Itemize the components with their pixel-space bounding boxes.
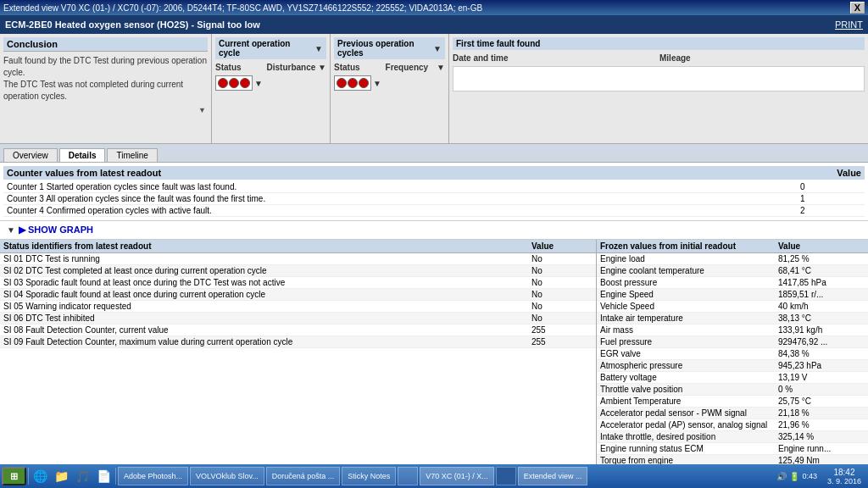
taskbar-icon5[interactable] — [398, 467, 418, 485]
status-label: SI 06 DTC Test inhibited — [0, 313, 528, 324]
previous-status-down: ▼ — [373, 79, 381, 88]
status-row: SI 08 Fault Detection Counter, current v… — [0, 324, 596, 336]
frozen-row: Accelerator pedal (AP) sensor, analog si… — [597, 419, 868, 431]
frozen-row: Ambient Temperature25,75 °C — [597, 396, 868, 408]
taskbar-icon-ie[interactable]: 🌐 — [31, 469, 50, 483]
taskbar-sep2 — [115, 468, 116, 485]
frozen-label: Ambient Temperature — [597, 396, 775, 408]
frozen-row: Accelerator pedal sensor - PWM signal21,… — [597, 408, 868, 419]
status-row: SI 05 Warning indicator requestedNo — [0, 301, 596, 313]
taskbar-mail[interactable]: Doručená pošta ... — [266, 467, 341, 485]
taskbar-v70[interactable]: V70 XC (01-) / X... — [420, 467, 494, 485]
date-display: 3. 9. 2016 — [827, 477, 861, 485]
current-status-down: ▼ — [254, 79, 263, 88]
status-col2-header: Value — [528, 240, 596, 253]
frozen-value: 40 km/h — [775, 301, 868, 313]
previous-cycle-panel: Previous operation cycles ▼ Status Frequ… — [331, 34, 449, 143]
frozen-label: Vehicle Speed — [597, 301, 775, 313]
taskbar-system-icons: 🔊 🔋 0:43 — [773, 472, 821, 481]
light-red — [218, 78, 228, 88]
frozen-label: Accelerator pedal (AP) sensor, analog si… — [597, 419, 775, 431]
frozen-label: Air mass — [597, 324, 775, 336]
frozen-row: Throttle valve position0 % — [597, 384, 868, 396]
window-title: Extended view V70 XC (01-) / XC70 (-07):… — [3, 3, 482, 13]
frozen-row: Engine coolant temperature68,41 °C — [597, 265, 868, 277]
title-bar: Extended view V70 XC (01-) / XC70 (-07):… — [0, 0, 868, 15]
status-table: Status identifiers from latest readout V… — [0, 240, 596, 348]
tray-clock: 0:43 — [802, 472, 817, 481]
taskbar-volvo[interactable]: VOLVOklub Slov... — [190, 467, 264, 485]
frozen-col2-header: Value — [775, 240, 868, 253]
taskbar-photoshop[interactable]: Adobe Photosh... — [118, 467, 188, 485]
frozen-value: 38,13 °C — [775, 313, 868, 324]
show-graph-link[interactable]: ▶ SHOW GRAPH — [19, 225, 93, 236]
status-identifiers-panel: Status identifiers from latest readout V… — [0, 240, 597, 469]
previous-cycle-header: Previous operation cycles ▼ — [334, 37, 445, 59]
taskbar-icon-app4[interactable]: 📄 — [94, 469, 114, 483]
tab-details[interactable]: Details — [59, 148, 106, 162]
taskbar-sep1 — [28, 468, 29, 485]
app-title: ECM-2BE0 Heated oxygen sensor (HO2S) - S… — [5, 19, 260, 30]
counter-value: 1 — [797, 193, 865, 205]
frozen-value: 133,91 kg/h — [775, 324, 868, 336]
window-close-button[interactable]: X — [850, 2, 865, 14]
taskbar-extended[interactable]: Extended view ... — [518, 467, 588, 485]
taskbar-notes[interactable]: Sticky Notes — [342, 467, 396, 485]
previous-status-header: Status — [334, 63, 384, 72]
status-row: SI 02 DTC Test completed at least once d… — [0, 265, 596, 277]
frozen-label: EGR valve — [597, 348, 775, 360]
status-value: No — [528, 301, 596, 313]
frozen-label: Atmospheric pressure — [597, 360, 775, 372]
frozen-label: Throttle valve position — [597, 384, 775, 396]
counter-row: Counter 4 Confirmed operation cycles wit… — [3, 205, 865, 217]
conclusion-scroll-down[interactable]: ▼ — [197, 106, 208, 114]
time-display: 18:42 — [833, 468, 854, 477]
frozen-label: Battery voltage — [597, 372, 775, 384]
prev-light-red2 — [348, 78, 358, 88]
frozen-label: Fuel pressure — [597, 336, 775, 348]
taskbar-icon-media[interactable]: 🎵 — [73, 469, 92, 483]
status-row: SI 04 Sporadic fault found at least once… — [0, 289, 596, 301]
tab-overview[interactable]: Overview — [3, 148, 58, 162]
conclusion-header: Conclusion — [3, 37, 208, 52]
status-label: SI 09 Fault Detection Counter, maximum v… — [0, 336, 528, 348]
status-label: SI 04 Sporadic fault found at least once… — [0, 289, 528, 301]
current-cycle-arrow: ▼ — [314, 44, 323, 53]
current-status-light — [215, 75, 253, 91]
status-value: 255 — [528, 336, 596, 348]
mileage-header: Mileage — [659, 53, 865, 63]
frozen-row: EGR valve84,38 % — [597, 348, 868, 360]
frozen-label: Engine Speed — [597, 289, 775, 301]
tab-timeline[interactable]: Timeline — [107, 148, 157, 162]
frozen-col1-header: Frozen values from initial readout — [597, 240, 775, 253]
counter-value: 0 — [797, 181, 865, 193]
frozen-row: Boost pressure1417,85 hPa — [597, 277, 868, 289]
counter-row: Counter 3 All operation cycles since the… — [3, 193, 865, 205]
taskbar-icon6[interactable] — [496, 467, 516, 485]
status-value: No — [528, 277, 596, 289]
first-fault-panel: First time fault found Date and time Mil… — [449, 34, 868, 143]
frozen-value: 0 % — [775, 384, 868, 396]
frozen-value: 929476,92 ... — [775, 336, 868, 348]
print-button[interactable]: PRINT — [835, 19, 863, 30]
frozen-value: 21,18 % — [775, 408, 868, 419]
counter-row: Counter 1 Started operation cycles since… — [3, 181, 865, 193]
taskbar-icon-explorer[interactable]: 📁 — [52, 469, 71, 483]
app-header: ECM-2BE0 Heated oxygen sensor (HO2S) - S… — [0, 15, 868, 34]
frozen-value: 84,38 % — [775, 348, 868, 360]
status-row: SI 01 DTC Test is runningNo — [0, 253, 596, 265]
counter-table: Counter 1 Started operation cycles since… — [3, 181, 865, 217]
conclusion-panel: Conclusion Fault found by the DTC Test d… — [0, 34, 212, 143]
frozen-value: 21,96 % — [775, 419, 868, 431]
status-label: SI 05 Warning indicator requested — [0, 301, 528, 313]
frozen-row: Intake throttle, desired position325,14 … — [597, 431, 868, 443]
frozen-table: Frozen values from initial readout Value… — [597, 240, 868, 469]
frozen-value: 325,14 % — [775, 431, 868, 443]
start-button[interactable]: ⊞ — [2, 467, 26, 485]
previous-cycle-arrow: ▼ — [433, 44, 442, 53]
frozen-label: Engine running status ECM — [597, 443, 775, 455]
frozen-label: Intake air temperature — [597, 313, 775, 324]
frozen-values-panel: Frozen values from initial readout Value… — [597, 240, 868, 469]
frozen-row: Engine Speed1859,51 r/... — [597, 289, 868, 301]
previous-frequency-header: Frequency — [386, 63, 436, 72]
